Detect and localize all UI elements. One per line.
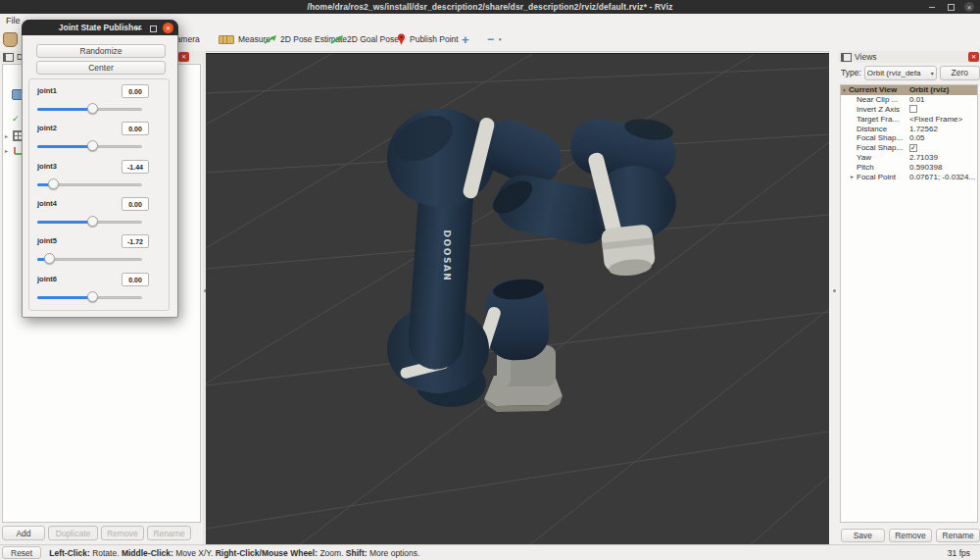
joint-row: joint5 -1.72 xyxy=(29,234,169,270)
joint-row: joint3 -1.44 xyxy=(29,160,169,195)
joint-row: joint6 0.00 xyxy=(29,273,169,308)
joint-label: joint6 xyxy=(37,275,57,283)
zero-button[interactable]: Zero xyxy=(940,66,980,80)
green-arrow-icon xyxy=(330,34,343,44)
randomize-button[interactable]: Randomize xyxy=(36,44,166,58)
window-maximize-icon[interactable] xyxy=(946,2,956,12)
add-tool-button[interactable]: + xyxy=(462,31,469,47)
statusbar: Reset Left-Click: Rotate. Middle-Click: … xyxy=(0,544,980,560)
rename-display-button[interactable]: Rename xyxy=(147,526,191,540)
window-minimize-icon[interactable] xyxy=(927,2,937,12)
joint-row: joint2 0.00 xyxy=(29,122,169,157)
slider-handle[interactable] xyxy=(87,216,98,227)
tool-interact[interactable] xyxy=(3,31,18,47)
jsp-maximize-icon[interactable] xyxy=(148,23,158,34)
view-type-combobox[interactable]: Orbit (rviz_defa ▾ xyxy=(864,66,937,80)
center-button[interactable]: Center xyxy=(36,61,166,75)
view-row-distance[interactable]: Distance 1.72562 xyxy=(841,124,977,133)
displays-close-icon[interactable]: ✕ xyxy=(178,52,189,62)
view-row-near-clip[interactable]: Near Clip ... 0.01 xyxy=(841,95,977,105)
joint-value-field[interactable]: 0.00 xyxy=(122,197,149,211)
joint-label: joint5 xyxy=(37,236,57,245)
view-row-pitch[interactable]: Pitch 0.590398 xyxy=(841,162,977,172)
render-viewport[interactable]: DOOSAN xyxy=(206,53,829,545)
views-property-tree[interactable]: ▾ Current View Orbit (rviz) Near Clip ..… xyxy=(840,84,978,523)
display-row-global-status[interactable]: ✓ xyxy=(12,114,20,124)
panel-icon xyxy=(3,53,14,62)
slider-handle[interactable] xyxy=(48,178,59,189)
displays-buttons: Add Duplicate Remove Rename xyxy=(0,526,203,540)
tool-2d-goal-pose[interactable]: 2D Goal Pose xyxy=(330,31,399,47)
joint-value-field[interactable]: 0.00 xyxy=(122,273,149,286)
right-splitter[interactable] xyxy=(829,51,838,544)
jsp-title: Joint State Publisher xyxy=(59,23,142,32)
jsp-minimize-icon[interactable] xyxy=(134,23,144,34)
view-row-yaw[interactable]: Yaw 2.71039 xyxy=(841,153,977,163)
slider-handle[interactable] xyxy=(44,253,55,264)
joint-row: joint1 0.00 xyxy=(29,84,169,120)
caret-down-icon: ▾ xyxy=(931,70,934,76)
view-row-current-view[interactable]: ▾ Current View Orbit (rviz) xyxy=(841,85,977,95)
expander-icon[interactable]: ▸ xyxy=(5,132,11,139)
green-arrow-icon xyxy=(264,34,276,44)
plus-icon: + xyxy=(462,32,469,47)
joint-value-field[interactable]: -1.72 xyxy=(122,234,149,248)
display-row-robotmodel[interactable]: ▸ xyxy=(5,145,23,155)
joint-slider[interactable] xyxy=(37,103,142,114)
rviz-window: { "icons": { "check": "✓", "caret_down":… xyxy=(0,0,980,560)
robot-end-flange xyxy=(601,224,657,278)
caret-down-icon: ▾ xyxy=(499,36,502,42)
view-row-focal-shape-fixed[interactable]: Focal Shap... ✓ xyxy=(841,143,977,153)
window-titlebar: /home/dra/ros2_ws/install/dsr_descriptio… xyxy=(0,0,980,14)
joint-slider[interactable] xyxy=(37,253,142,264)
ruler-icon xyxy=(219,35,234,44)
save-view-button[interactable]: Save xyxy=(841,529,885,542)
joint-label: joint1 xyxy=(37,86,57,95)
rename-view-button[interactable]: Rename xyxy=(936,529,980,542)
map-pin-icon xyxy=(397,33,406,45)
joint-label: joint3 xyxy=(37,162,57,171)
jsp-close-icon[interactable]: ✕ xyxy=(163,23,173,33)
type-label: Type: xyxy=(841,68,861,77)
add-display-button[interactable]: Add xyxy=(2,526,45,540)
checkbox-checked[interactable]: ✓ xyxy=(909,144,917,152)
joint-row: joint4 0.00 xyxy=(29,197,169,232)
joint-value-field[interactable]: -1.44 xyxy=(122,160,149,174)
slider-handle[interactable] xyxy=(87,140,98,151)
remove-tool-button[interactable]: − ▾ xyxy=(487,31,502,47)
expander-icon[interactable]: ▸ xyxy=(5,147,11,154)
interact-hand-icon xyxy=(3,32,18,47)
tool-publish-point[interactable]: Publish Point xyxy=(397,31,459,47)
view-row-invert-z[interactable]: Invert Z Axis xyxy=(841,105,977,115)
joint-value-field[interactable]: 0.00 xyxy=(122,84,149,98)
joint-value-field[interactable]: 0.00 xyxy=(122,122,149,135)
reset-button[interactable]: Reset xyxy=(2,546,41,559)
joint-slider[interactable] xyxy=(37,291,142,302)
mouse-hints: Left-Click: Rotate. Middle-Click: Move X… xyxy=(49,548,419,558)
views-panel: Views ✕ Type: Orbit (rviz_defa ▾ Zero ▾ … xyxy=(838,51,980,544)
robot-3d-scene: DOOSAN xyxy=(206,54,829,545)
joint-slider[interactable] xyxy=(37,216,142,227)
doosan-robot-arm: DOOSAN xyxy=(386,106,679,412)
views-buttons: Save Remove Rename xyxy=(838,529,980,542)
checkbox-unchecked[interactable] xyxy=(909,105,917,113)
view-row-focal-point[interactable]: ▸ Focal Point 0.07671; -0.0324... xyxy=(841,172,977,181)
remove-display-button[interactable]: Remove xyxy=(101,526,144,540)
duplicate-display-button[interactable]: Duplicate xyxy=(48,526,98,540)
views-panel-title: Views xyxy=(855,52,877,62)
panel-icon xyxy=(841,53,852,62)
views-close-icon[interactable]: ✕ xyxy=(968,52,979,62)
slider-handle[interactable] xyxy=(87,291,98,302)
joint-label: joint4 xyxy=(37,199,57,208)
remove-view-button[interactable]: Remove xyxy=(889,529,933,542)
joint-state-publisher-window[interactable]: Joint State Publisher ✕ Randomize Center… xyxy=(22,20,178,318)
joint-slider[interactable] xyxy=(37,140,142,151)
view-row-focal-shape-size[interactable]: Focal Shap... 0.05 xyxy=(841,133,977,143)
joint-label: joint2 xyxy=(37,124,57,132)
status-ok-check-icon: ✓ xyxy=(12,114,20,124)
slider-handle[interactable] xyxy=(87,103,98,114)
window-close-icon[interactable]: ✕ xyxy=(964,2,974,12)
joint-slider[interactable] xyxy=(37,178,142,189)
view-row-target-frame[interactable]: Target Fra... <Fixed Frame> xyxy=(841,114,977,124)
minus-icon: − xyxy=(487,32,494,46)
